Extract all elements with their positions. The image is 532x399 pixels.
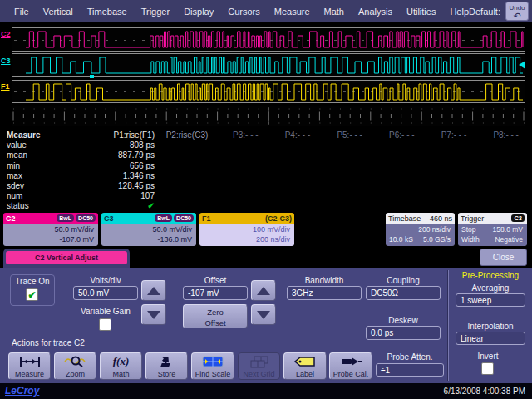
- channel-descriptor-c2[interactable]: C2 BwL DC50 50.0 mV/div -107.0 mV: [3, 213, 98, 246]
- timebase-scale: 200 ns/div: [389, 224, 451, 234]
- trace-descriptor-f1[interactable]: F1 (C2-C3) 100 mV/div 200 ns/div: [200, 213, 294, 246]
- offset-field[interactable]: -107 mV: [183, 286, 248, 300]
- bandwidth-label: Bandwidth: [287, 276, 362, 285]
- zero-offset-button[interactable]: Zero Offset: [183, 304, 248, 328]
- cursor-tick-c3[interactable]: [90, 75, 94, 78]
- f1-source: (C2-C3): [265, 214, 292, 223]
- undo-button[interactable]: Undo ↶: [505, 2, 529, 21]
- menu-utilities[interactable]: Utilities: [406, 7, 436, 17]
- bandwidth-field[interactable]: 3GHz: [287, 286, 362, 300]
- coupling-field[interactable]: DC50Ω: [366, 286, 441, 300]
- status-bar: LeCroy 6/13/2008 4:00:38 PM: [0, 383, 532, 399]
- invert-checkbox[interactable]: [481, 362, 494, 375]
- probe-atten-label: Probe Atten.: [374, 352, 446, 362]
- menu-timebase[interactable]: Timebase: [87, 7, 127, 17]
- volts-div-down-button[interactable]: [141, 304, 166, 325]
- label-button[interactable]: Label: [283, 352, 327, 380]
- bwl-badge: BwL: [155, 214, 172, 222]
- col-header-p8[interactable]: P8:- - -: [480, 131, 532, 140]
- menu-measure[interactable]: Measure: [274, 7, 310, 17]
- trigger-level: 158.0 mV: [493, 224, 523, 234]
- averaging-label: Averaging: [452, 283, 529, 293]
- menu-math[interactable]: Math: [324, 7, 344, 17]
- preprocessing-title: Pre-Processing: [452, 271, 529, 280]
- store-button[interactable]: Store: [145, 352, 188, 380]
- actions-for-trace-label: Actions for trace C2: [12, 338, 85, 347]
- c2-vertical-adjust-dialog: Trace On ✔ Volts/div 50.0 mV Variable Ga…: [0, 268, 532, 383]
- trigger-descriptor[interactable]: Trigger C3 Stop 158.0 mV Width Negative: [458, 213, 527, 246]
- volts-div-field[interactable]: 50.0 mV: [73, 286, 138, 300]
- col-header-p7[interactable]: P7:- - -: [428, 131, 480, 140]
- next-grid-icon: [249, 355, 269, 368]
- deskew-field[interactable]: 0.0 ps: [366, 326, 441, 340]
- row-label-sdev: sdev: [7, 181, 83, 191]
- trace-on-checkbox[interactable]: ✔: [26, 288, 38, 301]
- menu-cursors[interactable]: Cursors: [228, 7, 260, 17]
- col-header-p4[interactable]: P4:- - -: [272, 131, 324, 140]
- measure-table-title: Measure: [7, 131, 83, 140]
- zoom-icon: [63, 355, 88, 368]
- up-arrow-icon: [257, 287, 270, 295]
- menu-trigger[interactable]: Trigger: [141, 7, 170, 17]
- offset-up-button[interactable]: [251, 280, 276, 301]
- default-label: Default:: [469, 7, 500, 17]
- find-scale-button[interactable]: Find Scale: [191, 352, 234, 380]
- waveform-c2: [12, 28, 525, 51]
- timebase-samples: 10.0 kS: [389, 234, 413, 244]
- col-header-p6[interactable]: P6:- - -: [376, 131, 428, 140]
- down-arrow-icon: [257, 311, 270, 319]
- col-header-p1[interactable]: P1:rise(F1): [83, 131, 155, 140]
- interpolation-field[interactable]: Linear: [456, 332, 525, 345]
- trace-label-c3[interactable]: C3: [1, 57, 11, 65]
- time-ruler: [12, 106, 525, 126]
- close-button[interactable]: Close: [480, 249, 527, 266]
- grid-c3[interactable]: [12, 53, 525, 77]
- dialog-tab-row: C2 Vertical Adjust Close: [0, 249, 532, 268]
- math-button[interactable]: f(x) Math: [100, 352, 142, 380]
- menu-display[interactable]: Display: [184, 7, 214, 17]
- waveform-display: C2 C3 F1: [0, 23, 532, 129]
- channel-descriptor-c3[interactable]: C3 BwL DC50 50.0 mV/div -136.0 mV: [101, 213, 196, 246]
- menu-file[interactable]: File: [14, 7, 29, 17]
- trigger-slope: Negative: [495, 234, 523, 244]
- deskew-label: Deskew: [366, 316, 441, 325]
- probe-atten-field[interactable]: ÷1: [376, 363, 444, 377]
- menu-vertical[interactable]: Vertical: [43, 7, 73, 17]
- value-p1: 808 ps: [83, 140, 155, 150]
- row-label-max: max: [7, 171, 83, 181]
- num-p1: 107: [83, 191, 155, 201]
- preprocessing-separator: [447, 270, 449, 381]
- timebase-descriptor[interactable]: Timebase -460 ns 200 ns/div 10.0 kS 5.0 …: [386, 213, 455, 246]
- offset-label: Offset: [183, 276, 248, 285]
- row-label-value: value: [7, 140, 83, 150]
- volts-div-up-button[interactable]: [141, 280, 166, 301]
- col-header-p3[interactable]: P3:- - -: [219, 131, 272, 140]
- averaging-field[interactable]: 1 sweep: [456, 293, 525, 307]
- find-scale-icon: [202, 355, 224, 368]
- trace-label-f1[interactable]: F1: [1, 82, 10, 91]
- offset-down-button[interactable]: [251, 304, 276, 325]
- row-label-mean: mean: [7, 150, 83, 160]
- probe-cal-icon: [339, 355, 362, 368]
- row-label-min: min: [7, 161, 83, 171]
- timebase-rate: 5.0 GS/s: [423, 234, 451, 244]
- col-header-p5[interactable]: P5:- - -: [323, 131, 376, 140]
- row-label-num: num: [7, 191, 83, 201]
- down-arrow-icon: [147, 311, 160, 319]
- trigger-type: Width: [461, 234, 480, 244]
- math-fx-icon: f(x): [113, 355, 130, 368]
- c3-offset: -136.0 mV: [105, 234, 192, 244]
- tab-c2-vertical-adjust[interactable]: C2 Vertical Adjust: [3, 249, 130, 268]
- zoom-button[interactable]: Zoom: [54, 352, 96, 380]
- col-header-p2[interactable]: P2:rise(C3): [155, 131, 219, 140]
- menu-help[interactable]: Help: [450, 7, 469, 17]
- sdev-p1: 128.45 ps: [83, 181, 155, 191]
- probe-cal-button[interactable]: Probe Cal.: [329, 352, 372, 380]
- trace-label-c2[interactable]: C2: [1, 30, 11, 38]
- grid-f1[interactable]: [12, 80, 525, 103]
- grid-c2[interactable]: [12, 27, 525, 52]
- menu-analysis[interactable]: Analysis: [358, 7, 392, 17]
- trigger-level-marker-c3[interactable]: [519, 61, 525, 69]
- variable-gain-checkbox[interactable]: [99, 318, 111, 331]
- measure-button[interactable]: Measure: [8, 352, 51, 380]
